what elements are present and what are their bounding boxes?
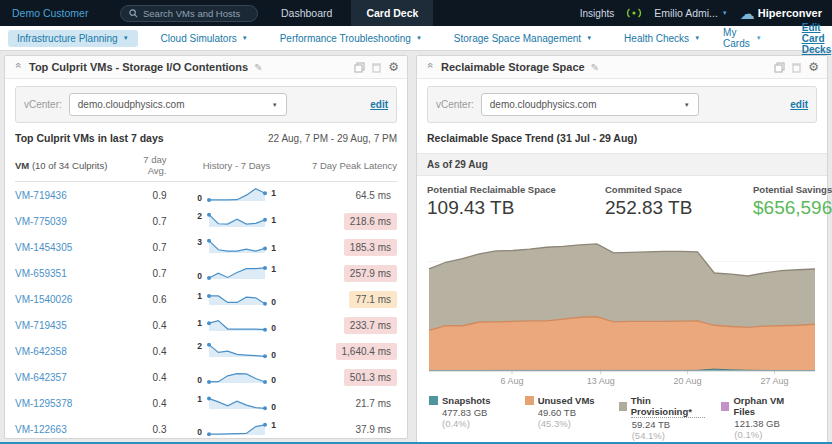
svg-text:6 Aug: 6 Aug xyxy=(500,376,523,386)
sparkline-start-value: 0 xyxy=(196,375,204,385)
legend-percent: (54.1%) xyxy=(632,430,665,441)
card-header: « Reclaimable Storage Space ✎ ⚙ xyxy=(417,56,827,79)
vm-name-link[interactable]: VM-659351 xyxy=(15,268,67,279)
vm-avg-value: 0.4 xyxy=(129,338,181,364)
sparkline-start-value: 0 xyxy=(196,427,204,437)
edit-pencil-icon[interactable]: ✎ xyxy=(254,62,262,73)
vm-name-link[interactable]: VM-642358 xyxy=(15,346,67,357)
stat-value: $656,596$6.00 per GB xyxy=(753,197,832,219)
trash-icon[interactable] xyxy=(372,62,381,73)
copy-icon[interactable] xyxy=(354,62,365,73)
chevron-down-icon: ▼ xyxy=(684,102,690,108)
top-nav: Demo Customer Search VMs and Hosts Dashb… xyxy=(0,0,832,26)
legend-swatch-icon xyxy=(721,402,729,411)
vm-avg-value: 0.7 xyxy=(129,208,181,234)
trend-chart[interactable]: 6 Aug13 Aug20 Aug27 Aug xyxy=(427,225,817,388)
table-row: VM-1540026 0.6 1 0 77.1 ms xyxy=(15,286,397,312)
peak-latency-badge: 257.9 ms xyxy=(344,265,397,282)
sparkline-start-value: 0 xyxy=(196,271,204,281)
card-deck-content: « Top Culprit VMs - Storage I/O Contenti… xyxy=(0,51,832,444)
sparkline-chart-icon xyxy=(206,314,268,336)
edit-pencil-icon[interactable]: ✎ xyxy=(591,62,599,73)
vcenter-select[interactable]: demo.cloudphysics.com ▼ xyxy=(69,93,287,116)
vm-name-link[interactable]: VM-719435 xyxy=(15,320,67,331)
date-range: 22 Aug, 7 PM - 29 Aug, 7 PM xyxy=(268,133,397,144)
insights-link[interactable]: Insights xyxy=(580,8,614,19)
gear-icon[interactable]: ⚙ xyxy=(808,61,819,73)
card-category-tab[interactable]: Health Checks ▼ xyxy=(615,30,709,47)
card-category-tab[interactable]: Storage Space Management ▼ xyxy=(445,30,601,47)
copy-icon[interactable] xyxy=(774,62,785,73)
collapse-icon[interactable]: « xyxy=(425,62,436,72)
table-row: VM-642358 0.4 2 0 1,640.4 ms xyxy=(15,338,397,364)
card-body: vCenter: demo.cloudphysics.com ▼ edit Re… xyxy=(417,79,827,444)
gear-icon[interactable]: ⚙ xyxy=(388,61,399,73)
legend-swatch-icon xyxy=(429,396,438,405)
edit-card-decks-link[interactable]: Edit Card Decks xyxy=(802,22,831,55)
logo-text: Hiperconver xyxy=(758,7,822,19)
card-category-tab[interactable]: Performance Troubleshooting ▼ xyxy=(271,30,431,47)
history-sparkline: 1 0 xyxy=(181,392,293,414)
legend-item[interactable]: Thin Provisioning* 59.24 TB (54.1%) xyxy=(619,395,706,441)
legend-value: 49.60 TB xyxy=(538,407,576,418)
trash-icon[interactable] xyxy=(792,62,801,73)
tab-dashboard[interactable]: Dashboard xyxy=(266,0,347,26)
vcenter-filter: vCenter: demo.cloudphysics.com ▼ edit xyxy=(427,86,817,123)
peak-latency-badge: 1,640.4 ms xyxy=(336,343,397,360)
vcenter-selected-value: demo.cloudphysics.com xyxy=(490,99,597,110)
sparkline-chart-icon xyxy=(206,418,268,440)
brand-link[interactable]: Demo Customer xyxy=(0,7,120,19)
legend-item[interactable]: Unused VMs 49.60 TB (45.3%) xyxy=(525,395,603,441)
legend-name: Snapshots xyxy=(442,395,491,406)
search-input[interactable]: Search VMs and Hosts xyxy=(120,5,258,22)
card-category-label: Infrastructure Planning xyxy=(17,33,118,44)
peak-latency-badge: 501.3 ms xyxy=(344,369,397,386)
vm-name-link[interactable]: VM-122663 xyxy=(15,424,67,435)
sparkline-start-value: 2 xyxy=(196,211,204,221)
vm-avg-value: 0.9 xyxy=(129,182,181,209)
header-history: History - 7 Days xyxy=(181,151,293,182)
user-menu[interactable]: Emilio Admi... ▼ xyxy=(654,7,728,19)
as-of-band: As of 29 Aug xyxy=(417,153,827,176)
vm-name-link[interactable]: VM-719436 xyxy=(15,190,67,201)
stat-committed-space: Commited Space 252.83 TB xyxy=(605,184,725,219)
sparkline-end-value: 1 xyxy=(270,420,278,430)
card-deck-nav: Infrastructure Planning ▼ Cloud Simulato… xyxy=(0,26,832,51)
sparkline-chart-icon xyxy=(206,366,268,388)
edit-filter-link[interactable]: edit xyxy=(370,99,388,110)
vcenter-select[interactable]: demo.cloudphysics.com ▼ xyxy=(481,93,699,116)
card-category-tab[interactable]: Infrastructure Planning ▼ xyxy=(8,30,138,47)
vm-name-link[interactable]: VM-642357 xyxy=(15,372,67,383)
sparkline-start-value: 3 xyxy=(196,237,204,247)
vm-name-link[interactable]: VM-1295378 xyxy=(15,398,72,409)
legend-percent: (0.1%) xyxy=(734,429,762,440)
legend-value: 477.83 GB xyxy=(442,407,487,418)
header-vm: VM (10 of 34 Culprits) xyxy=(15,151,129,182)
signal-icon[interactable] xyxy=(626,7,642,19)
vm-name-link[interactable]: VM-1454305 xyxy=(15,242,72,253)
my-cards-menu[interactable]: My Cards ▼ xyxy=(723,27,762,49)
card-category-tab[interactable]: Cloud Simulators ▼ xyxy=(152,30,257,47)
table-row: VM-719436 0.9 0 1 64.5 ms xyxy=(15,182,397,209)
vm-name-link[interactable]: VM-775039 xyxy=(15,216,67,227)
peak-latency-badge: 64.5 ms xyxy=(349,187,397,204)
section-row: Top Culprit VMs in last 7 days 22 Aug, 7… xyxy=(15,132,397,144)
vm-name-link[interactable]: VM-1540026 xyxy=(15,294,72,305)
chevron-down-icon: ▼ xyxy=(416,35,422,41)
tab-card-deck[interactable]: Card Deck xyxy=(351,0,433,26)
card-category-label: Health Checks xyxy=(624,33,689,44)
legend-percent: (0.4%) xyxy=(442,418,470,429)
legend-item[interactable]: Orphan VM Files 121.38 GB (0.1%) xyxy=(721,395,801,441)
edit-filter-link[interactable]: edit xyxy=(790,99,808,110)
trend-chart-area: 6 Aug13 Aug20 Aug27 Aug xyxy=(427,225,817,392)
legend-item[interactable]: Snapshots 477.83 GB (0.4%) xyxy=(429,395,509,441)
vcenter-filter: vCenter: demo.cloudphysics.com ▼ edit xyxy=(15,86,397,123)
user-name: Emilio Admi... xyxy=(654,7,718,19)
collapse-icon[interactable]: « xyxy=(13,62,24,72)
peak-latency-badge: 77.1 ms xyxy=(349,291,397,308)
sparkline-start-value: 1 xyxy=(196,291,204,301)
table-row: VM-659351 0.7 0 1 257.9 ms xyxy=(15,260,397,286)
table-row: VM-775039 0.7 2 1 218.6 ms xyxy=(15,208,397,234)
history-sparkline: 0 0 xyxy=(181,366,293,388)
peak-latency-badge: 185.3 ms xyxy=(344,239,397,256)
